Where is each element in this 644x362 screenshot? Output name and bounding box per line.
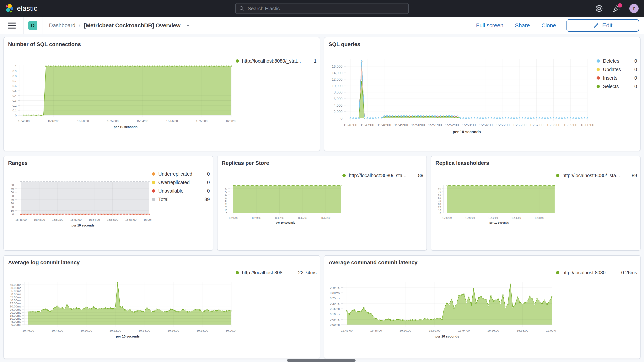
panel-title: Ranges [8,160,210,167]
legend-item[interactable]: Inserts0 [596,74,637,82]
svg-text:per 10 seconds: per 10 seconds [114,125,138,129]
legend-label: Total [158,196,201,202]
legend-item[interactable]: Underreplicated0 [152,170,210,178]
panel-number-of-sql-connections: Number of SQL connections 10.90.80.70.60… [4,37,320,151]
svg-text:20: 20 [438,206,441,208]
svg-text:15:58:00: 15:58:00 [196,119,208,122]
breadcrumb-dashboard-link[interactable]: Dashboard [49,22,76,28]
svg-text:60.00ms: 60.00ms [10,286,21,290]
full-screen-button[interactable]: Full screen [475,22,504,29]
svg-text:0: 0 [12,212,14,216]
breadcrumb-separator: / [79,22,80,28]
legend-value: 89 [632,173,637,178]
svg-text:15:48:00: 15:48:00 [48,119,60,122]
svg-text:10: 10 [438,209,441,212]
elastic-brand[interactable]: elastic [6,4,38,13]
svg-text:0.5: 0.5 [12,89,17,92]
svg-text:15:56:00: 15:56:00 [168,329,179,332]
command-commit-latency-area-chart[interactable]: 0.35ms0.30ms0.25ms0.20ms0.15ms0.10ms0.05… [328,268,556,356]
legend-item[interactable]: http://localhost:8080/_sta...89 [556,171,637,180]
panel-average-log-commit-latency: Average log commit latency 65.00ms60.00m… [4,255,320,359]
page-title: [Metricbeat CockroachDB] Overview [84,22,180,29]
space-badge[interactable]: D [28,21,38,30]
legend-item[interactable]: Overreplicated0 [152,178,210,186]
chart-legend: Deletes0Updates0Inserts0Selects0 [596,50,637,148]
search-input[interactable] [248,6,405,12]
svg-text:0.2: 0.2 [12,104,17,107]
svg-text:15:52:00: 15:52:00 [110,329,121,332]
svg-text:16,000: 16,000 [332,64,342,68]
global-search-box[interactable] [235,3,409,14]
svg-text:6,000: 6,000 [334,97,343,101]
share-button[interactable]: Share [514,22,531,29]
edit-button[interactable]: Edit [566,19,639,32]
svg-text:0.1: 0.1 [12,109,17,112]
sql-connections-area-chart[interactable]: 10.90.80.70.60.50.40.30.20.1015:46:0015:… [7,50,236,148]
legend-item[interactable]: http://localhost:8080...0.26ms [556,268,637,277]
svg-text:0: 0 [226,212,227,215]
legend-item[interactable]: http://localhost:8080/_sta...89 [342,171,424,180]
svg-text:16:00:00: 16:00:00 [144,218,152,221]
newsfeed-button[interactable] [612,4,621,13]
svg-text:0.00ms: 0.00ms [330,323,340,326]
legend-value: 22.74ms [298,270,316,276]
legend-item[interactable]: Total89 [152,195,210,204]
svg-text:30.00ms: 30.00ms [10,305,21,308]
svg-text:40.00ms: 40.00ms [10,298,21,302]
sql-queries-area-chart[interactable]: 16,00014,00012,00010,0008,0006,0004,0002… [328,50,596,148]
svg-text:16:00:00: 16:00:00 [546,329,556,332]
svg-text:55.00ms: 55.00ms [10,289,21,292]
legend-item[interactable]: Deletes0 [596,57,637,65]
svg-text:15:58:00: 15:58:00 [534,217,544,219]
ranges-area-chart[interactable]: 8070605040302010015:46:0015:48:0015:50:0… [7,168,152,248]
legend-value: 0.26ms [621,270,637,276]
svg-text:0.35ms: 0.35ms [330,286,340,289]
horizontal-scrollbar-thumb[interactable] [287,359,356,362]
panel-ranges: Ranges 8070605040302010015:46:0015:48:00… [4,156,213,250]
panel-title: Replicas per Store [222,160,424,167]
svg-text:50: 50 [10,194,14,198]
clone-button[interactable]: Clone [540,22,557,29]
legend-item[interactable]: Selects0 [596,82,637,90]
svg-text:70: 70 [10,187,14,190]
svg-text:15:55:00: 15:55:00 [512,217,521,219]
svg-text:4,000: 4,000 [334,103,343,107]
svg-text:15:57:00: 15:57:00 [530,123,543,127]
legend-value: 1 [314,58,316,64]
svg-text:0.05ms: 0.05ms [330,318,340,321]
user-avatar[interactable]: r [629,4,638,13]
legend-item[interactable]: Unavailable0 [152,186,210,195]
legend-item[interactable]: Updates0 [596,65,637,74]
svg-text:16:00:00: 16:00:00 [226,119,236,122]
svg-text:0.15ms: 0.15ms [330,307,340,310]
legend-color-dot [236,271,239,274]
menu-button[interactable] [5,22,18,28]
legend-color-dot [236,59,239,63]
log-commit-latency-area-chart[interactable]: 65.00ms60.00ms55.00ms50.00ms45.00ms40.00… [7,268,236,356]
panel-title: SQL queries [328,41,637,48]
chart-legend: http://localhost:8080/_sta...89 [556,168,637,248]
svg-text:15:48:00: 15:48:00 [377,123,391,127]
svg-text:0: 0 [340,116,342,120]
svg-text:15:46:00: 15:46:00 [18,119,30,122]
elastic-logo-icon [6,4,14,13]
legend-label: Overreplicated [158,180,204,185]
replica-leaseholders-area-chart[interactable]: 8070605040302010015:46:0015:49:0015:52:0… [434,168,556,248]
svg-text:15:55:00: 15:55:00 [496,123,510,127]
svg-text:15:46:00: 15:46:00 [16,218,26,221]
svg-text:15:52:00: 15:52:00 [445,123,459,127]
notification-dot [618,3,622,8]
legend-item[interactable]: http://localhost:808...22.74ms [236,268,316,277]
title-options-button[interactable] [185,22,191,28]
legend-value: 0 [634,84,637,89]
legend-value: 89 [418,173,424,178]
legend-value: 0 [634,67,637,72]
svg-text:per 10 seconds: per 10 seconds [276,221,295,224]
replicas-per-store-area-chart[interactable]: 8070605040302010015:46:0015:49:0015:52:0… [220,168,342,248]
help-button[interactable] [595,4,604,13]
svg-text:15:49:00: 15:49:00 [465,217,475,219]
legend-item[interactable]: http://localhost:8080/_stat...1 [236,57,316,65]
svg-text:per 10 seconds: per 10 seconds [489,221,509,224]
svg-text:15:56:00: 15:56:00 [488,329,499,332]
svg-text:30: 30 [225,203,227,206]
